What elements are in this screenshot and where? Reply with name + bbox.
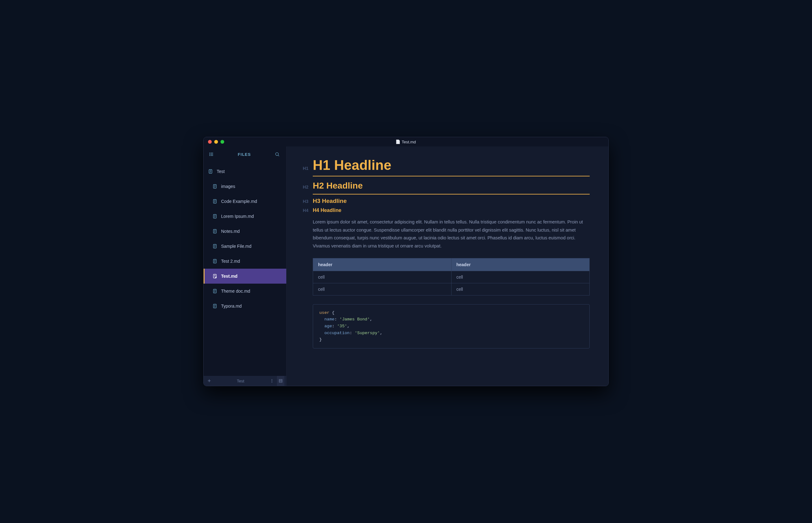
heading-h2-row: H2 H2 Headline <box>298 179 590 191</box>
sidebar-item-test[interactable]: Test <box>204 164 286 179</box>
file-icon <box>212 274 217 278</box>
file-icon <box>212 199 217 204</box>
heading-h3[interactable]: H3 Headline <box>313 198 347 204</box>
svg-point-6 <box>276 153 279 156</box>
maximize-window-button[interactable] <box>220 140 224 144</box>
heading-marker-h4: H4 <box>298 208 308 213</box>
file-icon <box>212 304 217 309</box>
svg-point-4 <box>210 154 210 154</box>
code-block[interactable]: user { name: 'James Bond', age: '35', oc… <box>313 304 590 348</box>
editor-pane[interactable]: H1 H1 Headline H2 H2 Headline H3 H3 Head… <box>286 146 608 386</box>
svg-point-47 <box>271 379 272 380</box>
sidebar-item-test-2-md[interactable]: Test 2.md <box>204 254 286 269</box>
file-icon <box>212 184 217 189</box>
window-title: Test.md <box>396 140 416 144</box>
table-header[interactable]: header <box>451 258 590 271</box>
svg-line-7 <box>278 155 279 156</box>
file-icon <box>212 244 217 249</box>
markdown-table[interactable]: headerheader cellcellcellcell <box>313 258 590 295</box>
sidebar-item-label: Test <box>217 169 225 174</box>
search-icon[interactable] <box>274 151 281 158</box>
heading-h4-row: H4 H4 Headline <box>298 207 590 213</box>
sidebar-item-label: Theme doc.md <box>221 289 250 294</box>
window-title-text: Test.md <box>402 140 416 144</box>
file-icon <box>208 169 213 174</box>
sidebar: FILES TestimagesCode Example.mdLorem Ips… <box>204 146 286 386</box>
heading-rule <box>313 176 590 176</box>
sidebar-item-theme-doc-md[interactable]: Theme doc.md <box>204 284 286 299</box>
new-file-button[interactable]: + <box>206 378 213 384</box>
sidebar-item-notes-md[interactable]: Notes.md <box>204 224 286 239</box>
svg-point-48 <box>271 381 272 381</box>
table-cell[interactable]: cell <box>451 271 590 283</box>
minimize-window-button[interactable] <box>214 140 218 144</box>
sidebar-item-sample-file-md[interactable]: Sample File.md <box>204 239 286 254</box>
sidebar-item-typora-md[interactable]: Typora.md <box>204 299 286 313</box>
svg-point-3 <box>210 153 210 153</box>
window-controls <box>204 140 224 144</box>
heading-rule <box>313 194 590 195</box>
table-row: cellcell <box>313 283 590 295</box>
svg-point-5 <box>210 155 210 156</box>
file-icon <box>212 214 217 219</box>
sidebar-item-label: Code Example.md <box>221 199 257 204</box>
table-cell[interactable]: cell <box>313 271 452 283</box>
sidebar-item-code-example-md[interactable]: Code Example.md <box>204 194 286 209</box>
heading-marker-h1: H1 <box>298 166 308 171</box>
sidebar-title: FILES <box>215 152 274 157</box>
sidebar-item-label: Typora.md <box>221 304 242 309</box>
more-options-button[interactable] <box>268 379 276 383</box>
outline-toggle-button[interactable] <box>277 376 284 386</box>
heading-h1-row: H1 H1 Headline <box>298 158 590 173</box>
document-icon <box>396 140 400 144</box>
sidebar-item-lorem-ipsum-md[interactable]: Lorem Ipsum.md <box>204 209 286 224</box>
svg-rect-50 <box>279 379 282 382</box>
app-window: Test.md FILES TestimagesCode <box>203 137 609 386</box>
sidebar-item-label: Lorem Ipsum.md <box>221 214 254 219</box>
sidebar-item-label: Test 2.md <box>221 259 240 264</box>
table-row: cellcell <box>313 271 590 283</box>
current-folder-label: Test <box>214 379 267 383</box>
sidebar-item-label: Sample File.md <box>221 244 251 249</box>
heading-h3-row: H3 H3 Headline <box>298 197 590 204</box>
table-cell[interactable]: cell <box>451 283 590 295</box>
heading-h4[interactable]: H4 Headline <box>313 208 341 213</box>
file-list: TestimagesCode Example.mdLorem Ipsum.mdN… <box>204 162 286 376</box>
file-icon <box>212 259 217 264</box>
titlebar: Test.md <box>204 137 608 146</box>
list-view-icon[interactable] <box>208 151 215 158</box>
sidebar-item-test-md[interactable]: Test.md <box>204 269 286 284</box>
heading-marker-h2: H2 <box>298 184 308 190</box>
file-icon <box>212 229 217 234</box>
body-paragraph[interactable]: Lorem ipsum dolor sit amet, consectetur … <box>313 218 590 250</box>
sidebar-footer: + Test <box>204 376 286 386</box>
file-icon <box>212 289 217 294</box>
svg-point-49 <box>271 382 272 382</box>
table-cell[interactable]: cell <box>313 283 452 295</box>
heading-h2[interactable]: H2 Headline <box>313 181 363 191</box>
heading-h1[interactable]: H1 Headline <box>313 158 391 173</box>
heading-marker-h3: H3 <box>298 199 308 204</box>
sidebar-item-label: Notes.md <box>221 229 240 234</box>
table-header[interactable]: header <box>313 258 452 271</box>
sidebar-item-label: Test.md <box>221 274 237 278</box>
close-window-button[interactable] <box>208 140 212 144</box>
sidebar-item-images[interactable]: images <box>204 179 286 194</box>
sidebar-header: FILES <box>204 146 286 162</box>
sidebar-item-label: images <box>221 184 235 189</box>
